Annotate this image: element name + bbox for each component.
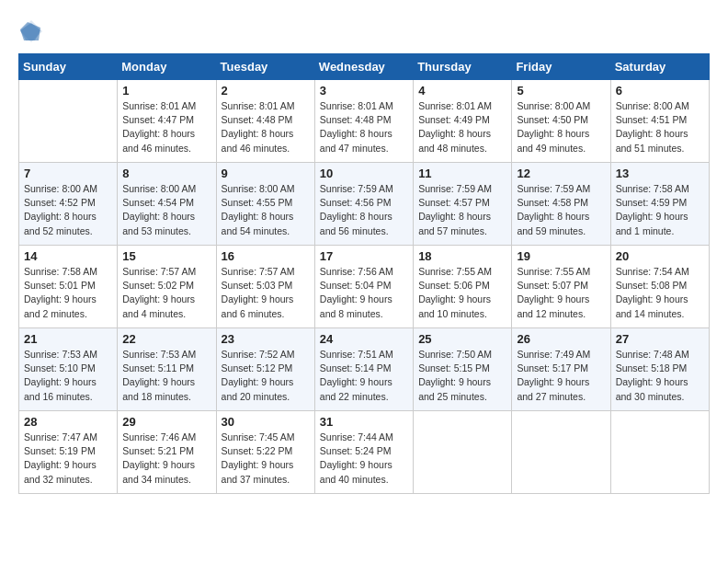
day-info: Sunrise: 7:48 AMSunset: 5:18 PMDaylight:… [616,348,704,404]
day-info: Sunrise: 7:45 AMSunset: 5:22 PMDaylight:… [222,431,310,487]
calendar-cell: 21Sunrise: 7:53 AMSunset: 5:10 PMDayligh… [19,328,118,411]
day-info: Sunrise: 7:55 AMSunset: 5:06 PMDaylight:… [418,265,506,321]
logo [18,18,48,44]
column-header-saturday: Saturday [610,54,709,80]
calendar-header: SundayMondayTuesdayWednesdayThursdayFrid… [19,54,710,80]
day-info: Sunrise: 7:54 AMSunset: 5:08 PMDaylight:… [616,265,704,321]
calendar-week-row: 1Sunrise: 8:01 AMSunset: 4:47 PMDaylight… [19,80,710,163]
day-number: 7 [24,167,112,180]
calendar-cell: 31Sunrise: 7:44 AMSunset: 5:24 PMDayligh… [314,411,413,494]
day-info: Sunrise: 7:50 AMSunset: 5:15 PMDaylight:… [418,348,506,404]
day-info: Sunrise: 8:01 AMSunset: 4:48 PMDaylight:… [222,99,310,155]
day-number: 24 [320,332,408,346]
day-info: Sunrise: 7:52 AMSunset: 5:12 PMDaylight:… [222,348,310,404]
calendar-cell: 16Sunrise: 7:57 AMSunset: 5:03 PMDayligh… [216,246,314,328]
calendar-cell: 24Sunrise: 7:51 AMSunset: 5:14 PMDayligh… [314,328,413,411]
calendar-cell: 12Sunrise: 7:59 AMSunset: 4:58 PMDayligh… [512,163,610,246]
day-number: 16 [222,249,310,263]
column-header-monday: Monday [118,54,216,80]
day-info: Sunrise: 7:59 AMSunset: 4:56 PMDaylight:… [320,182,408,238]
calendar-cell: 11Sunrise: 7:59 AMSunset: 4:57 PMDayligh… [414,163,512,246]
day-info: Sunrise: 8:00 AMSunset: 4:54 PMDaylight:… [122,182,210,238]
day-info: Sunrise: 7:51 AMSunset: 5:14 PMDaylight:… [320,348,408,404]
calendar-cell: 13Sunrise: 7:58 AMSunset: 4:59 PMDayligh… [610,163,709,246]
calendar-cell: 20Sunrise: 7:54 AMSunset: 5:08 PMDayligh… [610,246,709,328]
day-number: 20 [616,249,704,263]
calendar-cell: 19Sunrise: 7:55 AMSunset: 5:07 PMDayligh… [512,246,610,328]
day-number: 12 [517,167,605,180]
day-info: Sunrise: 7:57 AMSunset: 5:03 PMDaylight:… [222,265,310,321]
day-number: 30 [222,415,310,429]
calendar-body: 1Sunrise: 8:01 AMSunset: 4:47 PMDaylight… [19,80,710,494]
day-info: Sunrise: 7:44 AMSunset: 5:24 PMDaylight:… [320,431,408,487]
calendar-cell: 17Sunrise: 7:56 AMSunset: 5:04 PMDayligh… [314,246,413,328]
day-info: Sunrise: 8:00 AMSunset: 4:51 PMDaylight:… [616,99,704,155]
column-header-thursday: Thursday [414,54,512,80]
calendar-cell: 25Sunrise: 7:50 AMSunset: 5:15 PMDayligh… [414,328,512,411]
day-number: 10 [320,167,408,180]
calendar-week-row: 7Sunrise: 8:00 AMSunset: 4:52 PMDaylight… [19,163,710,246]
day-info: Sunrise: 8:01 AMSunset: 4:48 PMDaylight:… [320,99,408,155]
calendar-cell: 14Sunrise: 7:58 AMSunset: 5:01 PMDayligh… [19,246,118,328]
day-number: 21 [24,332,112,346]
day-number: 15 [122,249,210,263]
calendar-cell: 29Sunrise: 7:46 AMSunset: 5:21 PMDayligh… [118,411,216,494]
calendar-cell: 30Sunrise: 7:45 AMSunset: 5:22 PMDayligh… [216,411,314,494]
day-info: Sunrise: 8:00 AMSunset: 4:50 PMDaylight:… [517,99,605,155]
calendar-cell [512,411,610,494]
calendar-cell [414,411,512,494]
day-number: 1 [122,84,210,98]
calendar-cell: 23Sunrise: 7:52 AMSunset: 5:12 PMDayligh… [216,328,314,411]
calendar-week-row: 28Sunrise: 7:47 AMSunset: 5:19 PMDayligh… [19,411,710,494]
day-info: Sunrise: 8:01 AMSunset: 4:49 PMDaylight:… [418,99,506,155]
calendar-cell: 3Sunrise: 8:01 AMSunset: 4:48 PMDaylight… [314,80,413,163]
day-number: 4 [418,84,506,98]
day-info: Sunrise: 7:53 AMSunset: 5:10 PMDaylight:… [24,348,112,404]
day-info: Sunrise: 7:55 AMSunset: 5:07 PMDaylight:… [517,265,605,321]
day-info: Sunrise: 8:00 AMSunset: 4:55 PMDaylight:… [222,182,310,238]
calendar-cell: 22Sunrise: 7:53 AMSunset: 5:11 PMDayligh… [118,328,216,411]
day-number: 23 [222,332,310,346]
day-number: 3 [320,84,408,98]
day-number: 11 [418,167,506,180]
day-info: Sunrise: 7:47 AMSunset: 5:19 PMDaylight:… [24,431,112,487]
column-header-tuesday: Tuesday [216,54,314,80]
calendar-cell: 5Sunrise: 8:00 AMSunset: 4:50 PMDaylight… [512,80,610,163]
day-info: Sunrise: 8:00 AMSunset: 4:52 PMDaylight:… [24,182,112,238]
svg-marker-2 [20,22,40,40]
day-info: Sunrise: 7:59 AMSunset: 4:58 PMDaylight:… [517,182,605,238]
day-info: Sunrise: 7:58 AMSunset: 4:59 PMDaylight:… [616,182,704,238]
calendar-cell [19,80,118,163]
column-header-friday: Friday [512,54,610,80]
day-info: Sunrise: 7:53 AMSunset: 5:11 PMDaylight:… [122,348,210,404]
day-info: Sunrise: 7:57 AMSunset: 5:02 PMDaylight:… [122,265,210,321]
day-number: 6 [616,84,704,98]
day-info: Sunrise: 7:59 AMSunset: 4:57 PMDaylight:… [418,182,506,238]
calendar-week-row: 21Sunrise: 7:53 AMSunset: 5:10 PMDayligh… [19,328,710,411]
day-info: Sunrise: 7:49 AMSunset: 5:17 PMDaylight:… [517,348,605,404]
calendar-cell: 4Sunrise: 8:01 AMSunset: 4:49 PMDaylight… [414,80,512,163]
calendar-week-row: 14Sunrise: 7:58 AMSunset: 5:01 PMDayligh… [19,246,710,328]
day-number: 2 [222,84,310,98]
calendar-cell: 1Sunrise: 8:01 AMSunset: 4:47 PMDaylight… [118,80,216,163]
day-number: 31 [320,415,408,429]
calendar-cell: 28Sunrise: 7:47 AMSunset: 5:19 PMDayligh… [19,411,118,494]
calendar-cell: 15Sunrise: 7:57 AMSunset: 5:02 PMDayligh… [118,246,216,328]
calendar-cell [610,411,709,494]
day-info: Sunrise: 7:56 AMSunset: 5:04 PMDaylight:… [320,265,408,321]
day-number: 25 [418,332,506,346]
day-number: 29 [122,415,210,429]
day-number: 26 [517,332,605,346]
calendar-cell: 7Sunrise: 8:00 AMSunset: 4:52 PMDaylight… [19,163,118,246]
calendar-cell: 26Sunrise: 7:49 AMSunset: 5:17 PMDayligh… [512,328,610,411]
day-number: 9 [222,167,310,180]
day-number: 18 [418,249,506,263]
calendar-cell: 9Sunrise: 8:00 AMSunset: 4:55 PMDaylight… [216,163,314,246]
day-number: 5 [517,84,605,98]
calendar-cell: 2Sunrise: 8:01 AMSunset: 4:48 PMDaylight… [216,80,314,163]
calendar-cell: 27Sunrise: 7:48 AMSunset: 5:18 PMDayligh… [610,328,709,411]
day-number: 14 [24,249,112,263]
column-header-sunday: Sunday [19,54,118,80]
calendar-cell: 8Sunrise: 8:00 AMSunset: 4:54 PMDaylight… [118,163,216,246]
day-number: 19 [517,249,605,263]
